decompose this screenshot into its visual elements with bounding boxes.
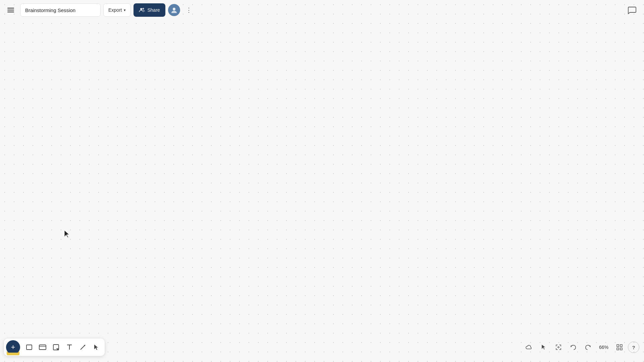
chat-button[interactable] bbox=[626, 4, 638, 16]
menu-button[interactable] bbox=[4, 3, 17, 17]
help-icon: ? bbox=[632, 345, 635, 350]
line-tool-button[interactable] bbox=[76, 341, 89, 354]
text-tool-button[interactable] bbox=[63, 341, 76, 354]
note-icon bbox=[53, 344, 59, 351]
grid-icon bbox=[616, 344, 623, 351]
svg-rect-18 bbox=[620, 348, 622, 350]
svg-rect-17 bbox=[617, 348, 619, 350]
zoom-level-display[interactable]: 66% bbox=[596, 345, 611, 350]
svg-point-14 bbox=[558, 347, 559, 348]
svg-rect-6 bbox=[26, 345, 32, 350]
canvas[interactable] bbox=[0, 0, 644, 362]
svg-rect-16 bbox=[620, 345, 622, 347]
svg-point-5 bbox=[173, 8, 175, 10]
pointer-tool-button[interactable] bbox=[90, 341, 103, 354]
svg-point-3 bbox=[140, 8, 142, 10]
share-button[interactable]: Share bbox=[133, 3, 165, 17]
note-tool-button[interactable] bbox=[50, 341, 62, 354]
pointer-icon bbox=[93, 344, 99, 351]
share-people-icon bbox=[139, 7, 145, 13]
add-button-container: + bbox=[6, 340, 21, 354]
svg-rect-0 bbox=[7, 8, 14, 9]
card-icon bbox=[39, 344, 46, 351]
card-tool-button[interactable] bbox=[36, 341, 49, 354]
user-avatar[interactable] bbox=[168, 4, 180, 16]
svg-rect-2 bbox=[7, 12, 14, 13]
svg-rect-15 bbox=[617, 345, 619, 347]
select-tool-button[interactable] bbox=[537, 341, 550, 354]
add-button[interactable]: + bbox=[6, 340, 20, 354]
svg-point-4 bbox=[143, 8, 144, 10]
cloud-save-button[interactable] bbox=[523, 341, 535, 354]
rectangle-tool-button[interactable] bbox=[23, 341, 36, 354]
header: Brainstorming Session Export ▾ Share ⋮ bbox=[0, 0, 644, 20]
cursor-arrow-icon bbox=[541, 344, 546, 350]
help-button[interactable]: ? bbox=[628, 342, 639, 353]
cloud-icon bbox=[525, 344, 533, 350]
svg-rect-7 bbox=[39, 345, 46, 350]
export-button[interactable]: Export ▾ bbox=[103, 3, 131, 17]
fit-to-screen-button[interactable] bbox=[552, 341, 565, 354]
document-title[interactable]: Brainstorming Session bbox=[20, 3, 101, 17]
grid-toggle-button[interactable] bbox=[613, 341, 626, 354]
text-icon bbox=[66, 344, 72, 351]
hamburger-icon bbox=[7, 7, 14, 13]
line-icon bbox=[79, 344, 86, 351]
svg-rect-1 bbox=[7, 10, 14, 11]
avatar-icon bbox=[170, 6, 178, 14]
redo-button[interactable] bbox=[582, 341, 594, 354]
zoom-controls: 66% ? bbox=[523, 339, 639, 356]
chat-icon bbox=[628, 6, 636, 14]
redo-icon bbox=[585, 344, 591, 350]
undo-button[interactable] bbox=[567, 341, 580, 354]
rectangle-icon bbox=[26, 344, 33, 351]
undo-icon bbox=[570, 344, 577, 350]
more-options-button[interactable]: ⋮ bbox=[183, 4, 195, 16]
drawing-toolbar: + bbox=[4, 339, 105, 356]
fit-screen-icon bbox=[555, 344, 562, 351]
